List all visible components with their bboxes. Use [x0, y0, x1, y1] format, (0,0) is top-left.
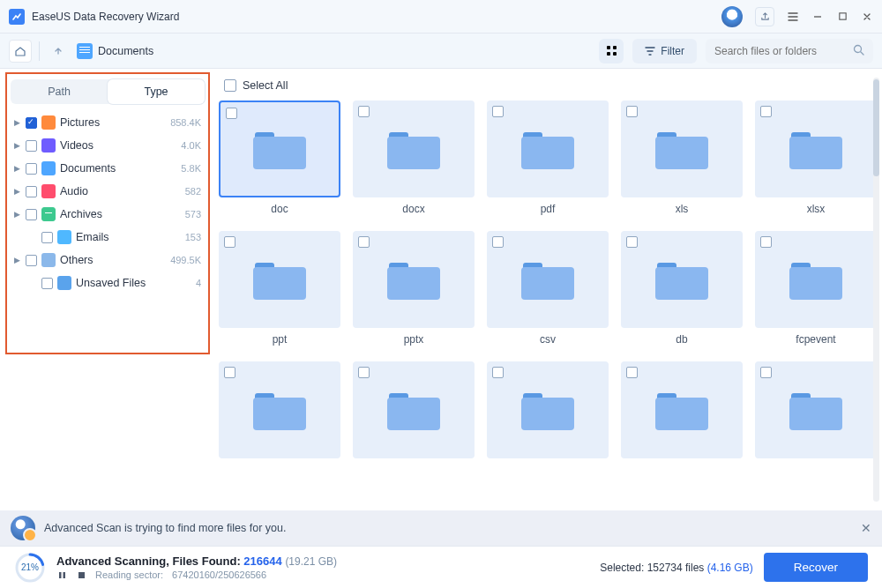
folder-tile[interactable]: xlsx — [755, 100, 877, 215]
tile-checkbox[interactable] — [224, 236, 235, 248]
select-all-checkbox[interactable] — [224, 79, 236, 92]
tile-caption: docx — [353, 197, 475, 215]
folder-tile[interactable] — [755, 361, 877, 464]
folder-tile[interactable]: ppt — [219, 231, 340, 346]
info-banner: Advanced Scan is trying to find more fil… — [0, 510, 882, 546]
tile-checkbox[interactable] — [358, 106, 370, 117]
tile-checkbox[interactable] — [626, 236, 638, 248]
tile-checkbox[interactable] — [760, 106, 772, 117]
tile-thumb[interactable] — [621, 361, 743, 458]
up-button[interactable] — [47, 40, 70, 63]
folder-tile[interactable]: db — [621, 231, 743, 346]
tree-checkbox[interactable] — [26, 117, 37, 129]
chevron-right-icon: ▶ — [14, 164, 21, 173]
tree-item-emails[interactable]: Emails 153 — [11, 226, 205, 249]
tree-item-audio[interactable]: ▶ Audio 582 — [11, 180, 205, 203]
tree-checkbox[interactable] — [41, 278, 53, 289]
folder-tile[interactable]: csv — [487, 231, 609, 346]
folder-tile[interactable] — [353, 361, 475, 464]
tile-checkbox[interactable] — [492, 236, 504, 248]
tile-thumb[interactable] — [487, 231, 609, 328]
mascot-icon[interactable] — [721, 6, 743, 27]
tile-checkbox[interactable] — [492, 367, 504, 378]
close-button[interactable] — [861, 11, 873, 23]
share-button[interactable] — [755, 7, 774, 26]
tree-item-videos[interactable]: ▶ Videos 4.0K — [11, 134, 205, 157]
tile-checkbox[interactable] — [358, 367, 370, 378]
documents-folder-icon — [77, 43, 93, 59]
folder-icon — [253, 390, 306, 430]
folder-tile[interactable]: docx — [353, 100, 475, 215]
folder-tile[interactable]: pptx — [353, 231, 475, 346]
menu-button[interactable] — [787, 11, 799, 23]
tile-thumb[interactable] — [755, 100, 877, 197]
home-button[interactable] — [9, 40, 32, 63]
tree-checkbox[interactable] — [26, 140, 37, 152]
tile-checkbox[interactable] — [760, 367, 772, 378]
folder-tile[interactable]: fcpevent — [755, 231, 877, 346]
folder-tile[interactable] — [487, 361, 609, 464]
app-logo-icon — [9, 9, 25, 25]
tile-thumb[interactable] — [755, 231, 877, 328]
tile-checkbox[interactable] — [626, 367, 638, 378]
stop-button[interactable] — [76, 569, 86, 580]
tile-checkbox[interactable] — [224, 367, 235, 378]
tile-thumb[interactable] — [621, 100, 743, 197]
maximize-button[interactable] — [836, 11, 848, 23]
view-grid-button[interactable] — [599, 39, 624, 63]
tile-checkbox[interactable] — [626, 106, 638, 117]
pause-button[interactable] — [56, 569, 67, 580]
tile-checkbox[interactable] — [226, 108, 237, 119]
tab-path[interactable]: Path — [11, 79, 108, 104]
folder-tile[interactable]: xls — [621, 100, 743, 215]
scrollbar-thumb[interactable] — [873, 79, 879, 176]
tile-thumb[interactable] — [353, 231, 475, 328]
title-bar: EaseUS Data Recovery Wizard — [0, 0, 882, 33]
tile-thumb[interactable] — [621, 231, 743, 328]
select-all-row[interactable]: Select All — [219, 78, 873, 100]
tab-type[interactable]: Type — [108, 79, 205, 104]
banner-close-button[interactable]: ✕ — [861, 521, 871, 535]
folder-tile[interactable]: doc — [219, 100, 340, 215]
tile-thumb[interactable] — [353, 100, 475, 197]
tile-caption: pptx — [353, 328, 475, 346]
folder-tile[interactable] — [621, 361, 743, 464]
tile-thumb[interactable] — [487, 361, 609, 458]
folder-icon — [387, 390, 440, 430]
folder-tile[interactable] — [219, 361, 340, 464]
tree-checkbox[interactable] — [26, 163, 37, 175]
search-box[interactable] — [706, 39, 873, 63]
tree-item-others[interactable]: ▶ Others 499.5K — [11, 249, 205, 272]
tile-thumb[interactable] — [219, 231, 340, 328]
tree-checkbox[interactable] — [26, 209, 37, 220]
tree-label: Archives — [60, 208, 181, 220]
tree-count: 499.5K — [170, 255, 201, 265]
chevron-right-icon: ▶ — [14, 256, 21, 264]
search-input[interactable] — [714, 45, 848, 57]
tile-thumb[interactable] — [219, 100, 340, 197]
tile-thumb[interactable] — [755, 361, 877, 458]
tile-checkbox[interactable] — [760, 236, 772, 248]
chevron-right-icon: ▶ — [14, 141, 21, 150]
tile-checkbox[interactable] — [492, 106, 504, 117]
svg-rect-2 — [613, 46, 617, 49]
tree-item-pictures[interactable]: ▶ Pictures 858.4K — [11, 111, 205, 134]
filter-button[interactable]: Filter — [632, 39, 697, 63]
tile-thumb[interactable] — [487, 100, 609, 197]
tile-thumb[interactable] — [219, 361, 340, 458]
tile-checkbox[interactable] — [358, 236, 370, 248]
tile-thumb[interactable] — [353, 361, 475, 458]
tile-caption: doc — [219, 197, 340, 215]
tree-checkbox[interactable] — [26, 255, 37, 266]
scrollbar[interactable] — [873, 78, 879, 502]
tree-item-unsaved-files[interactable]: Unsaved Files 4 — [11, 272, 205, 294]
tree-checkbox[interactable] — [41, 232, 53, 243]
tree-item-documents[interactable]: ▶ Documents 5.8K — [11, 157, 205, 180]
tree-label: Others — [60, 254, 166, 266]
tree-checkbox[interactable] — [26, 186, 37, 197]
folder-tile[interactable]: pdf — [487, 100, 609, 215]
main-area: Path Type ▶ Pictures 858.4K▶ Videos 4.0K… — [0, 69, 882, 510]
recover-button[interactable]: Recover — [764, 553, 868, 582]
minimize-button[interactable] — [811, 11, 824, 23]
tree-item-archives[interactable]: ▶ Archives 573 — [11, 203, 205, 226]
